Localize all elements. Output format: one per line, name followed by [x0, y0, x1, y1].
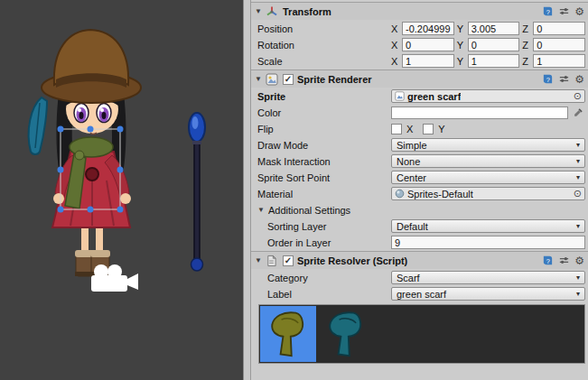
flip-row: Flip X Y	[251, 121, 588, 136]
order-in-layer-row: Order in Layer	[251, 235, 588, 250]
selection-handle	[117, 207, 124, 213]
foldout-icon[interactable]: ▼	[257, 206, 268, 214]
sprite-sort-point-label[interactable]: Sprite Sort Point	[257, 172, 391, 183]
position-x-input[interactable]	[402, 22, 454, 35]
sprite-thumbnail-green-scarf[interactable]	[260, 306, 316, 362]
enabled-checkbox[interactable]: ✓	[283, 255, 294, 266]
material-row: Material Sprites-Default ⊙	[251, 186, 588, 201]
flip-x-checkbox[interactable]	[391, 124, 402, 134]
eyedropper-icon[interactable]	[571, 106, 585, 119]
object-picker-icon[interactable]: ⊙	[574, 91, 582, 101]
sorting-layer-label[interactable]: Sorting Layer	[267, 221, 391, 232]
order-in-layer-label[interactable]: Order in Layer	[267, 237, 391, 248]
order-in-layer-input[interactable]	[391, 236, 585, 249]
category-value: Scarf	[397, 273, 576, 283]
color-field-wrap	[391, 106, 585, 119]
label-row: Label green scarf ▾	[251, 286, 588, 301]
script-icon	[266, 255, 280, 267]
category-label[interactable]: Category	[267, 273, 391, 283]
sorting-layer-wrap: Default ▾	[391, 219, 585, 233]
sprite-field-wrap: green scarf ⊙	[391, 89, 585, 103]
help-glyph: ?	[546, 8, 550, 16]
label-label[interactable]: Label	[267, 289, 391, 300]
flip-label[interactable]: Flip	[257, 124, 391, 134]
enabled-checkbox[interactable]: ✓	[283, 74, 294, 85]
label-dropdown[interactable]: green scarf ▾	[391, 287, 585, 301]
component-title: Transform	[283, 6, 331, 17]
color-swatch[interactable]	[391, 107, 568, 119]
gear-icon[interactable]: ⚙	[574, 255, 584, 267]
draw-mode-value: Simple	[397, 140, 576, 151]
sprite-thumbnail-teal-scarf[interactable]	[318, 306, 374, 362]
help-icon[interactable]: ?	[542, 255, 554, 267]
selection-handle	[58, 167, 64, 173]
y-axis-label[interactable]: Y	[457, 23, 465, 34]
flip-field-wrap: X Y	[391, 124, 585, 134]
help-glyph: ?	[546, 76, 550, 84]
scale-y-input[interactable]	[468, 54, 520, 68]
scene-view[interactable]	[0, 0, 243, 380]
help-icon[interactable]: ?	[542, 5, 554, 18]
component-title: Sprite Resolver (Script)	[297, 255, 407, 266]
flip-y-checkbox[interactable]	[423, 124, 434, 134]
sorting-layer-row: Sorting Layer Default ▾	[251, 218, 588, 234]
additional-settings-row[interactable]: ▼ Additional Settings	[251, 202, 588, 218]
mask-interaction-wrap: None ▾	[391, 154, 585, 168]
sprite-row: Sprite green scarf ⊙	[251, 88, 588, 104]
material-object-field[interactable]: Sprites-Default ⊙	[391, 187, 585, 200]
draw-mode-dropdown[interactable]: Simple ▾	[391, 138, 585, 152]
foldout-icon[interactable]: ▼	[255, 7, 266, 15]
sorting-layer-dropdown[interactable]: Default ▾	[391, 219, 585, 233]
panel-splitter[interactable]	[243, 0, 251, 380]
selection-handle	[117, 126, 124, 133]
x-axis-label[interactable]: X	[391, 40, 399, 51]
z-axis-label[interactable]: Z	[522, 23, 530, 34]
selection-handle	[117, 167, 124, 173]
foldout-icon[interactable]: ▼	[255, 75, 266, 83]
help-icon[interactable]: ?	[542, 73, 554, 86]
presets-icon[interactable]	[558, 73, 570, 86]
presets-icon[interactable]	[558, 255, 570, 267]
sprite-resolver-header[interactable]: ▼ ✓ Sprite Resolver (Script) ? ⚙	[251, 251, 588, 269]
rotation-y-input[interactable]	[468, 38, 520, 51]
foldout-icon[interactable]: ▼	[255, 256, 266, 264]
sprite-sort-point-dropdown[interactable]: Center ▾	[391, 171, 585, 184]
category-dropdown[interactable]: Scarf ▾	[391, 271, 585, 284]
mask-interaction-dropdown[interactable]: None ▾	[391, 154, 585, 168]
rotation-z-input[interactable]	[533, 38, 585, 51]
gear-icon[interactable]: ⚙	[574, 5, 584, 18]
draw-mode-label[interactable]: Draw Mode	[257, 140, 391, 151]
sprite-label[interactable]: Sprite	[257, 91, 391, 102]
z-axis-label[interactable]: Z	[522, 56, 530, 67]
y-axis-label[interactable]: Y	[457, 40, 465, 51]
position-z-input[interactable]	[533, 22, 585, 35]
position-y-input[interactable]	[468, 22, 520, 35]
object-picker-icon[interactable]: ⊙	[574, 189, 582, 199]
z-axis-label[interactable]: Z	[522, 40, 530, 51]
category-wrap: Scarf ▾	[391, 271, 585, 284]
position-label[interactable]: Position	[257, 23, 391, 34]
scale-x-input[interactable]	[402, 54, 454, 68]
sprite-value: green scarf	[407, 91, 461, 102]
color-label[interactable]: Color	[257, 107, 391, 118]
scale-z-input[interactable]	[533, 54, 585, 68]
scale-label[interactable]: Scale	[257, 56, 391, 67]
rotation-x-input[interactable]	[402, 38, 454, 51]
selection-handle	[88, 126, 94, 133]
sprite-object-field[interactable]: green scarf ⊙	[391, 89, 585, 103]
gear-icon[interactable]: ⚙	[574, 73, 584, 86]
presets-icon[interactable]	[558, 5, 570, 18]
sorting-layer-value: Default	[397, 221, 576, 232]
sprite-renderer-header[interactable]: ▼ ✓ Sprite Renderer ? ⚙	[251, 70, 588, 88]
x-axis-label[interactable]: X	[391, 23, 399, 34]
mask-interaction-label[interactable]: Mask Interaction	[257, 156, 391, 167]
rotation-label[interactable]: Rotation	[257, 40, 391, 51]
material-label[interactable]: Material	[257, 189, 391, 199]
y-axis-label[interactable]: Y	[457, 56, 465, 67]
sprite-sort-point-row: Sprite Sort Point Center ▾	[251, 170, 588, 185]
transform-header[interactable]: ▼ Transform ? ⚙	[251, 2, 588, 20]
transform-icon	[266, 5, 280, 18]
check-icon: ✓	[285, 74, 292, 84]
x-axis-label[interactable]: X	[391, 56, 399, 67]
sprite-renderer-icon	[266, 73, 280, 86]
